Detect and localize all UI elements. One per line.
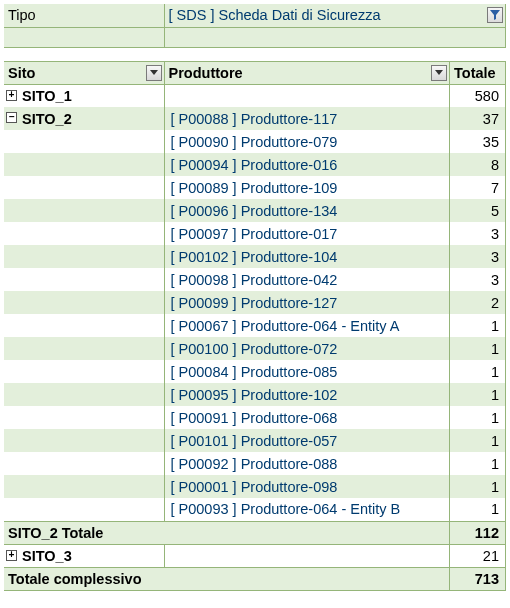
empty-cell — [4, 153, 164, 176]
empty-cell — [4, 360, 164, 383]
producer-cell: [ P00101 ] Produttore-057 — [164, 429, 450, 452]
dropdown-icon[interactable] — [431, 65, 447, 81]
value-cell: 1 — [450, 360, 506, 383]
header-sito[interactable]: Sito — [4, 61, 164, 84]
producer-cell: [ P00098 ] Produttore-042 — [164, 268, 450, 291]
header-row: Sito Produttore Totale — [4, 61, 506, 84]
empty-cell — [4, 291, 164, 314]
value-cell: 3 — [450, 268, 506, 291]
data-row: [ P00093 ] Produttore-064 - Entity B1 — [4, 498, 506, 521]
empty-cell — [4, 268, 164, 291]
producer-cell: [ P00091 ] Produttore-068 — [164, 406, 450, 429]
value-cell: 1 — [450, 406, 506, 429]
producer-cell: [ P00100 ] Produttore-072 — [164, 337, 450, 360]
value-cell: 5 — [450, 199, 506, 222]
empty-cell — [4, 475, 164, 498]
grand-total-row: Totale complessivo713 — [4, 567, 506, 590]
empty-cell — [4, 383, 164, 406]
filter-row: Tipo [ SDS ] Scheda Dati di Sicurezza — [4, 4, 506, 27]
data-row: [ P00084 ] Produttore-0851 — [4, 360, 506, 383]
filter-icon[interactable] — [487, 7, 503, 23]
subtotal-value: 112 — [450, 521, 506, 544]
expand-icon[interactable]: + — [6, 550, 17, 561]
producer-cell: [ P00102 ] Produttore-104 — [164, 245, 450, 268]
empty-cell — [164, 544, 450, 567]
value-cell: 1 — [450, 475, 506, 498]
group-total: 21 — [450, 544, 506, 567]
filter-field-label: Tipo — [4, 4, 164, 27]
group-name[interactable]: +SITO_1 — [4, 84, 164, 107]
data-row: [ P00097 ] Produttore-0173 — [4, 222, 506, 245]
value-cell: 1 — [450, 383, 506, 406]
value-cell: 7 — [450, 176, 506, 199]
empty-cell — [4, 337, 164, 360]
group-name[interactable]: +SITO_3 — [4, 544, 164, 567]
data-row: [ P00096 ] Produttore-1345 — [4, 199, 506, 222]
collapse-icon[interactable]: − — [6, 112, 17, 123]
value-cell: 1 — [450, 429, 506, 452]
data-row: [ P00001 ] Produttore-0981 — [4, 475, 506, 498]
data-row: [ P00094 ] Produttore-0168 — [4, 153, 506, 176]
expand-icon[interactable]: + — [6, 90, 17, 101]
grand-total-label: Totale complessivo — [4, 567, 450, 590]
gap-row — [4, 47, 506, 61]
spacer-row — [4, 27, 506, 47]
data-row: [ P00092 ] Produttore-0881 — [4, 452, 506, 475]
value-cell: 1 — [450, 498, 506, 521]
filter-value-cell[interactable]: [ SDS ] Scheda Dati di Sicurezza — [164, 4, 506, 27]
value-cell: 3 — [450, 222, 506, 245]
header-totale: Totale — [450, 61, 506, 84]
producer-cell: [ P00097 ] Produttore-017 — [164, 222, 450, 245]
header-produttore[interactable]: Produttore — [164, 61, 450, 84]
group-row: +SITO_1580 — [4, 84, 506, 107]
producer-cell: [ P00067 ] Produttore-064 - Entity A — [164, 314, 450, 337]
value-cell: 1 — [450, 337, 506, 360]
group-total: 580 — [450, 84, 506, 107]
empty-cell — [4, 498, 164, 521]
producer-cell: [ P00088 ] Produttore-117 — [164, 107, 450, 130]
pivot-table: Tipo [ SDS ] Scheda Dati di Sicurezza Si… — [4, 4, 506, 591]
grand-total-value: 713 — [450, 567, 506, 590]
producer-cell: [ P00093 ] Produttore-064 - Entity B — [164, 498, 450, 521]
empty-cell — [164, 84, 450, 107]
producer-cell: [ P00092 ] Produttore-088 — [164, 452, 450, 475]
subtotal-label: SITO_2 Totale — [4, 521, 450, 544]
data-row: [ P00100 ] Produttore-0721 — [4, 337, 506, 360]
subtotal-row: SITO_2 Totale112 — [4, 521, 506, 544]
value-cell: 1 — [450, 314, 506, 337]
empty-cell — [4, 222, 164, 245]
empty-cell — [4, 452, 164, 475]
value-cell: 35 — [450, 130, 506, 153]
empty-cell — [4, 130, 164, 153]
empty-cell — [4, 176, 164, 199]
value-cell: 37 — [450, 107, 506, 130]
empty-cell — [4, 199, 164, 222]
data-row: [ P00091 ] Produttore-0681 — [4, 406, 506, 429]
producer-cell: [ P00096 ] Produttore-134 — [164, 199, 450, 222]
empty-cell — [4, 429, 164, 452]
producer-cell: [ P00001 ] Produttore-098 — [164, 475, 450, 498]
group-row: +SITO_321 — [4, 544, 506, 567]
data-row: [ P00098 ] Produttore-0423 — [4, 268, 506, 291]
producer-cell: [ P00090 ] Produttore-079 — [164, 130, 450, 153]
producer-cell: [ P00099 ] Produttore-127 — [164, 291, 450, 314]
header-sito-label: Sito — [8, 65, 35, 81]
producer-cell: [ P00089 ] Produttore-109 — [164, 176, 450, 199]
dropdown-icon[interactable] — [146, 65, 162, 81]
data-row: [ P00067 ] Produttore-064 - Entity A1 — [4, 314, 506, 337]
value-cell: 3 — [450, 245, 506, 268]
empty-cell — [4, 406, 164, 429]
data-row: −SITO_2[ P00088 ] Produttore-11737 — [4, 107, 506, 130]
data-row: [ P00099 ] Produttore-1272 — [4, 291, 506, 314]
data-row: [ P00095 ] Produttore-1021 — [4, 383, 506, 406]
producer-cell: [ P00095 ] Produttore-102 — [164, 383, 450, 406]
value-cell: 2 — [450, 291, 506, 314]
header-produttore-label: Produttore — [169, 65, 243, 81]
value-cell: 1 — [450, 452, 506, 475]
data-row: [ P00090 ] Produttore-07935 — [4, 130, 506, 153]
data-row: [ P00089 ] Produttore-1097 — [4, 176, 506, 199]
producer-cell: [ P00094 ] Produttore-016 — [164, 153, 450, 176]
empty-cell — [4, 314, 164, 337]
group-name[interactable]: −SITO_2 — [4, 107, 164, 130]
data-row: [ P00102 ] Produttore-1043 — [4, 245, 506, 268]
